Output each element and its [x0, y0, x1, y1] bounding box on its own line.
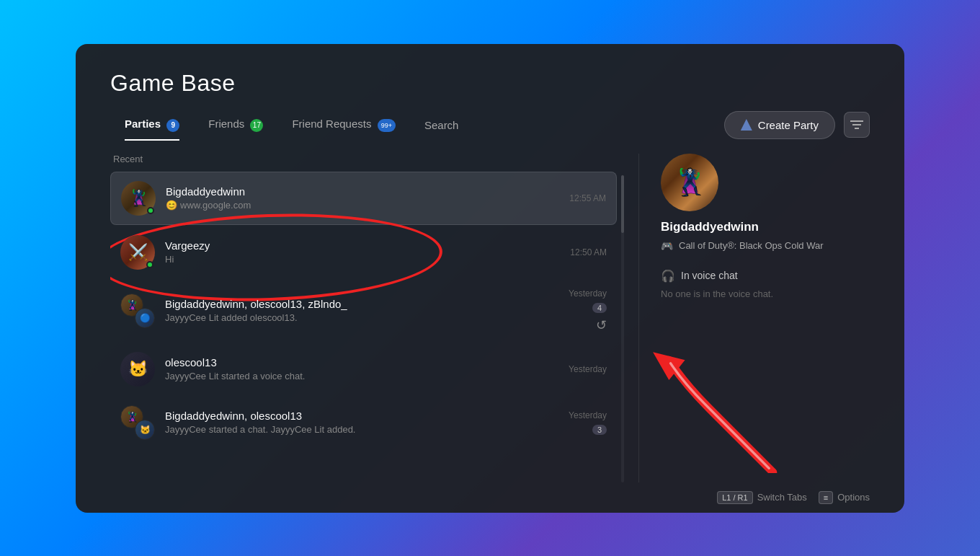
chat-name-3: Bigdaddyedwinn, olescool13, zBlndo_	[165, 298, 561, 310]
chat-preview-5: JayyyCee started a chat. JayyyCee Lit ad…	[165, 424, 561, 435]
tab-friends[interactable]: Friends 17	[194, 112, 277, 137]
voice-section: 🎧 In voice chat No one is in the voice c…	[661, 269, 870, 299]
footer-bar: L1 / R1 Switch Tabs ≡ Options	[76, 482, 904, 513]
avatar-multi-3: 🦹 🔵	[120, 294, 155, 328]
avatar-cat-4: 🐱	[120, 352, 155, 387]
chat-meta-4: Yesterday	[569, 364, 607, 374]
options-hint: ≡ Options	[819, 491, 870, 504]
tab-friend-requests[interactable]: Friend Requests 99+	[277, 112, 410, 137]
chat-info-5: Bigdaddyedwinn, olescool13 JayyyCee star…	[165, 410, 561, 435]
voice-header: 🎧 In voice chat	[661, 269, 870, 283]
preview-emoji-1: 😊	[166, 200, 177, 211]
right-panel: 🦹 Bigdaddyedwinn 🎮 Call of Duty®: Black …	[654, 154, 870, 482]
scrollbar-track	[621, 175, 624, 482]
ps-window: Game Base Parties 9 Friends 17 Friend Re…	[76, 44, 904, 513]
chat-name-2: Vargeezy	[165, 239, 563, 252]
profile-game: 🎮 Call of Duty®: Black Ops Cold War	[661, 240, 824, 252]
avatar-wrap-4: 🐱	[120, 352, 155, 387]
chat-preview-4: JayyyCee Lit started a voice chat.	[165, 371, 561, 381]
filter-button[interactable]	[844, 112, 870, 138]
avatar-multi-5: 🦹 🐱	[120, 405, 155, 440]
tabs-left: Parties 9 Friends 17 Friend Requests 99+…	[110, 112, 724, 137]
chat-time-4: Yesterday	[569, 364, 607, 374]
left-panel: Recent 🦹 Bigdaddyedwinn 😊 www.google.com	[110, 154, 624, 482]
chat-list: 🦹 Bigdaddyedwinn 😊 www.google.com 12:55 …	[110, 172, 617, 449]
chat-item-olescool13[interactable]: 🐱 olescool13 JayyyCee Lit started a voic…	[110, 343, 617, 395]
friend-requests-badge: 99+	[378, 119, 396, 132]
chat-meta-3: Yesterday 4 ↺	[569, 288, 607, 333]
header: Game Base Parties 9 Friends 17 Friend Re…	[76, 44, 904, 139]
options-badge: ≡	[819, 491, 833, 504]
tab-search[interactable]: Search	[410, 113, 473, 137]
friends-badge: 17	[250, 119, 263, 132]
tabs-row: Parties 9 Friends 17 Friend Requests 99+…	[110, 111, 870, 139]
chat-time-3: Yesterday	[569, 288, 607, 299]
triangle-icon	[741, 119, 752, 131]
chat-item-vargeezy[interactable]: ⚔️ Vargeezy Hi 12:50 AM	[110, 226, 617, 278]
avatar-wrap-1: 🦹	[121, 181, 156, 216]
chat-time-5: Yesterday	[569, 410, 607, 420]
chat-preview-2: Hi	[165, 254, 563, 265]
controller-icon: 🎮	[661, 240, 673, 252]
chat-name-1: Bigdaddyedwinn	[166, 185, 562, 198]
page-title: Game Base	[110, 70, 870, 97]
chat-info-4: olescool13 JayyyCee Lit started a voice …	[165, 356, 561, 381]
filter-icon	[850, 120, 863, 130]
group-count-5: 3	[592, 425, 607, 435]
l1r1-badge: L1 / R1	[717, 491, 752, 504]
chat-item-group2[interactable]: 🦹 🐱 Bigdaddyedwinn, olescool13 JayyyCee …	[110, 397, 617, 449]
switch-tabs-hint: L1 / R1 Switch Tabs	[717, 491, 807, 504]
section-label: Recent	[110, 154, 617, 164]
chat-time-2: 12:50 AM	[570, 247, 607, 257]
scrollbar-thumb	[621, 175, 624, 233]
content-area: Recent 🦹 Bigdaddyedwinn 😊 www.google.com	[76, 139, 904, 482]
voice-empty-message: No one is in the voice chat.	[661, 288, 870, 299]
avatar-wrap-2: ⚔️	[120, 235, 155, 270]
chat-meta-1: 12:55 AM	[569, 193, 606, 203]
parties-badge: 9	[166, 119, 179, 132]
chat-preview-3: JayyyCee Lit added olescool13.	[165, 312, 561, 323]
online-dot-2	[146, 261, 153, 268]
avatar-wrap-5: 🦹 🐱	[120, 405, 155, 440]
chat-meta-5: Yesterday 3	[569, 410, 607, 435]
chat-item-group1[interactable]: 🦹 🔵 Bigdaddyedwinn, olescool13, zBlndo_ …	[110, 280, 617, 342]
chat-meta-2: 12:50 AM	[570, 247, 607, 257]
chat-name-4: olescool13	[165, 356, 561, 369]
profile-avatar: 🦹	[661, 154, 718, 211]
chat-info-3: Bigdaddyedwinn, olescool13, zBlndo_ Jayy…	[165, 298, 561, 323]
chat-info-1: Bigdaddyedwinn 😊 www.google.com	[166, 185, 562, 211]
chat-name-5: Bigdaddyedwinn, olescool13	[165, 410, 561, 422]
tab-parties[interactable]: Parties 9	[110, 112, 194, 137]
chat-item-bigdaddyedwinn[interactable]: 🦹 Bigdaddyedwinn 😊 www.google.com 12:55 …	[110, 172, 617, 225]
online-dot-1	[147, 207, 154, 214]
chat-time-1: 12:55 AM	[569, 193, 606, 203]
tabs-right: Create Party	[724, 111, 870, 139]
refresh-icon-3: ↺	[596, 317, 607, 333]
group-count-3: 4	[592, 303, 607, 313]
panel-divider	[638, 154, 639, 482]
profile-name: Bigdaddyedwinn	[661, 220, 759, 234]
headset-icon: 🎧	[661, 269, 675, 283]
chat-info-2: Vargeezy Hi	[165, 239, 563, 265]
chat-preview-1: 😊 www.google.com	[166, 200, 562, 211]
create-party-button[interactable]: Create Party	[724, 111, 835, 139]
avatar-wrap-3: 🦹 🔵	[120, 294, 155, 328]
